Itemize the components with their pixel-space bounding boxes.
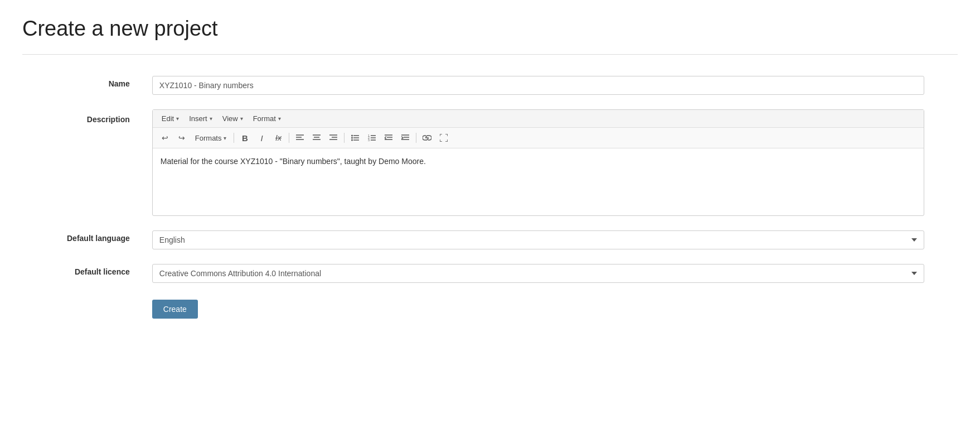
decrease-indent-button[interactable] [381, 131, 396, 145]
default-licence-select[interactable]: Creative Commons Attribution 4.0 Interna… [152, 264, 924, 283]
description-label: Description [22, 105, 141, 220]
description-input-cell: Edit ▾ Insert ▾ View ▾ [141, 105, 958, 220]
page-container: Create a new project Name Description [0, 0, 980, 357]
formats-dropdown[interactable]: Formats ▾ [191, 132, 231, 144]
svg-point-11 [351, 137, 353, 139]
menu-view[interactable]: View ▾ [218, 112, 248, 125]
undo-button[interactable]: ↩ [157, 131, 173, 145]
bold-button[interactable]: B [237, 131, 253, 145]
form-table: Name Description Edit ▾ [22, 71, 958, 323]
menu-insert[interactable]: Insert ▾ [185, 112, 217, 125]
default-language-row: Default language English [22, 226, 958, 254]
default-language-label: Default language [22, 226, 141, 254]
name-input-cell [141, 71, 958, 99]
toolbar-separator-3 [344, 133, 345, 143]
italic-button[interactable]: I [254, 131, 269, 145]
name-label: Name [22, 71, 141, 99]
formats-arrow: ▾ [224, 135, 226, 141]
ordered-list-button[interactable]: 1. 2. 3. [364, 131, 380, 145]
align-center-button[interactable] [309, 131, 324, 145]
create-button-row: Create [22, 293, 958, 323]
default-licence-row: Default licence Creative Commons Attribu… [22, 259, 958, 287]
toolbar-separator-2 [289, 133, 289, 143]
toolbar-separator-4 [416, 133, 416, 143]
svg-point-9 [351, 135, 353, 137]
align-left-button[interactable] [292, 131, 308, 145]
default-language-input-cell: English [141, 226, 958, 254]
create-button[interactable]: Create [152, 300, 198, 319]
rich-text-editor: Edit ▾ Insert ▾ View ▾ [152, 109, 924, 216]
default-licence-input-cell: Creative Commons Attribution 4.0 Interna… [141, 259, 958, 287]
align-right-button[interactable] [326, 131, 341, 145]
divider [22, 54, 958, 55]
insert-menu-arrow: ▾ [210, 116, 212, 122]
link-button[interactable] [419, 131, 435, 145]
editor-content[interactable]: Material for the course XYZ1010 - "Binar… [153, 148, 924, 215]
description-row: Description Edit ▾ Insert ▾ [22, 105, 958, 220]
create-button-cell: Create [141, 293, 958, 323]
menu-format[interactable]: Format ▾ [249, 112, 285, 125]
unordered-list-button[interactable] [347, 131, 363, 145]
toolbar-separator-1 [234, 133, 234, 143]
strikethrough-button[interactable]: Ix [270, 131, 286, 145]
name-input[interactable] [152, 76, 924, 95]
name-row: Name [22, 71, 958, 99]
editor-toolbar: ↩ ↪ Formats ▾ B I Ix [153, 128, 924, 148]
redo-button[interactable]: ↪ [174, 131, 190, 145]
fullscreen-button[interactable] [436, 131, 452, 145]
view-menu-arrow: ▾ [240, 116, 243, 122]
menu-edit[interactable]: Edit ▾ [157, 112, 183, 125]
default-licence-label: Default licence [22, 259, 141, 287]
editor-menubar: Edit ▾ Insert ▾ View ▾ [153, 110, 924, 128]
format-menu-arrow: ▾ [278, 116, 281, 122]
default-language-select[interactable]: English [152, 230, 924, 249]
edit-menu-arrow: ▾ [176, 116, 179, 122]
increase-indent-button[interactable] [397, 131, 413, 145]
svg-text:3.: 3. [368, 138, 370, 141]
page-title: Create a new project [22, 17, 958, 41]
svg-point-13 [351, 139, 353, 141]
